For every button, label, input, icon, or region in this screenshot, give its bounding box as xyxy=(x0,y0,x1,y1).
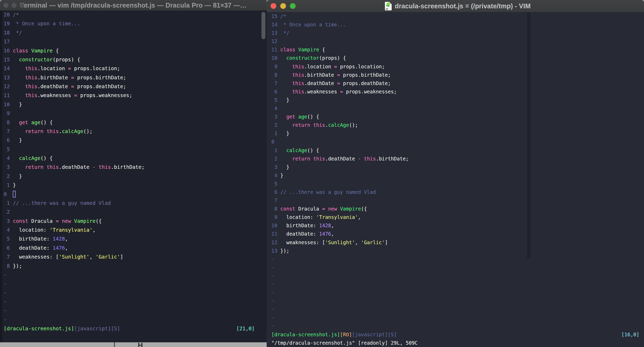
line-number: 2 xyxy=(4,172,10,181)
line-number: 10 xyxy=(271,54,277,62)
buffer-line[interactable]: 8 this.birthDate = props.birthDate; xyxy=(267,71,644,79)
buffer-line[interactable]: 0 xyxy=(0,190,267,199)
js-document-icon: JS xyxy=(385,2,392,10)
line-number: 4 xyxy=(271,104,277,112)
tilde-line: ~ xyxy=(0,315,267,324)
tilde-line: ~ xyxy=(267,288,644,297)
buffer-line[interactable]: 13 this.birthDate = props.birthDate; xyxy=(0,73,267,82)
buffer-line[interactable]: 12 weaknesses: ['Sunlight', 'Garlic'] xyxy=(267,238,644,247)
buffer-line[interactable]: 0 xyxy=(267,137,644,146)
buffer-line[interactable]: 5 } xyxy=(267,96,644,104)
line-number: 10 xyxy=(271,221,277,230)
macvim-buffer[interactable]: 15/*14 * Once upon a time...13 */1211cla… xyxy=(267,12,644,347)
buffer-line[interactable]: 11 this.weaknesses = props.weaknesses; xyxy=(0,91,267,100)
close-button[interactable] xyxy=(271,3,276,9)
buffer-line[interactable]: 3 return this.deathDate - this.birthDate… xyxy=(0,163,267,172)
terminal-titlebar[interactable]: Terminal — vim /tmp/dracula-screenshot.j… xyxy=(0,0,267,11)
terminal-scrollbar-thumb[interactable] xyxy=(261,12,265,39)
line-number: 8 xyxy=(271,205,277,213)
window-controls xyxy=(3,0,25,10)
buffer-line[interactable]: 17 xyxy=(0,37,267,46)
buffer-line[interactable]: 2 return this.deathDate - this.birthDate… xyxy=(267,154,644,163)
buffer-line[interactable]: 12 this.deathDate = props.deathDate; xyxy=(0,82,267,91)
buffer-line[interactable]: 3 } xyxy=(267,163,644,171)
buffer-line[interactable]: 1 calcAge() { xyxy=(267,146,644,154)
line-number: 4 xyxy=(4,226,10,235)
buffer-line[interactable]: 11 deathDate: 1476, xyxy=(267,230,644,238)
buffer-line[interactable]: 5 birthDate: 1428, xyxy=(0,235,267,243)
buffer-line[interactable]: 20/* xyxy=(0,10,267,19)
buffer-line[interactable]: 15/* xyxy=(267,12,644,20)
line-number: 10 xyxy=(4,100,10,109)
buffer-line[interactable]: 1} xyxy=(0,181,267,190)
buffer-line[interactable]: 4} xyxy=(267,171,644,180)
minimize-button[interactable] xyxy=(280,3,286,9)
buffer-line[interactable]: 10 birthDate: 1428, xyxy=(267,221,644,230)
tilde-line: ~ xyxy=(267,297,644,305)
buffer-line[interactable]: 1 } xyxy=(267,129,644,137)
minimize-button[interactable] xyxy=(11,3,16,8)
line-number: 12 xyxy=(271,37,277,45)
line-number: 12 xyxy=(271,238,277,247)
buffer-line[interactable]: 5 xyxy=(267,180,644,188)
line-number: 6 xyxy=(4,136,10,145)
buffer-line[interactable]: 4 calcAge() { xyxy=(0,154,267,163)
buffer-line[interactable]: 12 xyxy=(267,37,644,45)
line-number: 4 xyxy=(4,154,10,163)
macvim-titlebar[interactable]: JS dracula-screenshot.js = (/private/tmp… xyxy=(267,0,644,12)
buffer-line[interactable]: 10 constructor(props) { xyxy=(267,54,644,62)
buffer-line[interactable]: 18 */ xyxy=(0,28,267,37)
macvim-scrollbar[interactable] xyxy=(527,13,530,258)
buffer-line[interactable]: 3 get age() { xyxy=(267,112,644,121)
cursor-position: [21,0] xyxy=(236,324,255,333)
buffer-line[interactable]: 9 location: 'Transylvania', xyxy=(267,213,644,221)
terminal-vim-buffer[interactable]: 20/*19 * Once upon a time...18 */1716cla… xyxy=(0,10,267,342)
buffer-line[interactable]: 15 constructor(props) { xyxy=(0,55,267,64)
buffer-line[interactable]: 14 this.location = props.location; xyxy=(0,64,267,73)
buffer-line[interactable]: 7 weaknesses: ['Sunlight', 'Garlic'] xyxy=(0,253,267,261)
buffer-line[interactable]: 13}); xyxy=(267,247,644,255)
buffer-line[interactable]: 6 } xyxy=(0,136,267,145)
buffer-line[interactable]: 19 * Once upon a time... xyxy=(0,19,267,28)
buffer-line[interactable]: 9 xyxy=(0,109,267,118)
buffer-line[interactable]: 13 */ xyxy=(267,29,644,37)
line-number: 15 xyxy=(4,55,10,64)
buffer-line[interactable]: 14 * Once upon a time... xyxy=(267,20,644,29)
buffer-line[interactable]: 1// ...there was a guy named Vlad xyxy=(0,199,267,208)
line-number: 2 xyxy=(4,208,10,217)
buffer-line[interactable]: 2 return this.calcAge(); xyxy=(267,121,644,129)
terminal-window: Terminal — vim /tmp/dracula-screenshot.j… xyxy=(0,0,267,342)
buffer-line[interactable]: 8 get age() { xyxy=(0,118,267,127)
buffer-line[interactable]: 2 xyxy=(0,208,267,217)
line-number: 8 xyxy=(4,262,10,271)
line-number: 11 xyxy=(271,45,277,54)
buffer-line[interactable]: 7 this.deathDate = props.deathDate; xyxy=(267,79,644,87)
buffer-line[interactable]: 3const Dracula = new Vampire({ xyxy=(0,217,267,226)
macvim-window-title: dracula-screenshot.js = (/private/tmp) -… xyxy=(395,2,531,10)
line-number: 11 xyxy=(4,91,10,100)
line-number: 13 xyxy=(4,73,10,82)
buffer-line[interactable]: 6// ...there was a guy named Vlad xyxy=(267,188,644,196)
line-number: 20 xyxy=(4,10,10,19)
zoom-button[interactable] xyxy=(20,3,25,8)
background-window-strip: H xyxy=(0,342,267,347)
buffer-line[interactable]: 6 this.weaknesses = props.weaknesses; xyxy=(267,87,644,96)
close-button[interactable] xyxy=(3,3,8,8)
buffer-line[interactable]: 4 location: 'Transylvania', xyxy=(0,226,267,235)
zoom-button[interactable] xyxy=(290,3,296,9)
buffer-line[interactable]: 2 } xyxy=(0,172,267,181)
buffer-line[interactable]: 7 return this.calcAge(); xyxy=(0,127,267,136)
buffer-line[interactable]: 7 xyxy=(267,196,644,205)
buffer-line[interactable]: 8}); xyxy=(0,262,267,271)
buffer-line[interactable]: 4 xyxy=(267,104,644,112)
buffer-line[interactable]: 5 xyxy=(0,145,267,154)
buffer-line[interactable]: 6 deathDate: 1476, xyxy=(0,244,267,253)
buffer-line[interactable]: 9 this.location = props.location; xyxy=(267,62,644,71)
tilde-line: ~ xyxy=(0,297,267,306)
vim-statusline: [dracula-screenshot.js][RO][javascript][… xyxy=(267,330,644,339)
buffer-line[interactable]: 11class Vampire { xyxy=(267,45,644,54)
buffer-line[interactable]: 10 } xyxy=(0,100,267,109)
buffer-line[interactable]: 8const Dracula = new Vampire({ xyxy=(267,205,644,213)
tilde-line: ~ xyxy=(267,272,644,280)
buffer-line[interactable]: 16class Vampire { xyxy=(0,46,267,55)
